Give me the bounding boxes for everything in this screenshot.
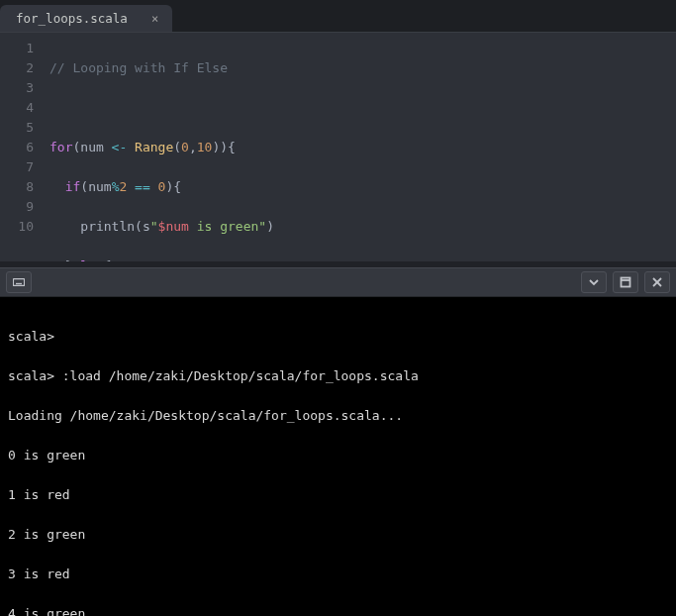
terminal-line: 0 is green <box>8 446 668 465</box>
terminal-line: Loading /home/zaki/Desktop/scala/for_loo… <box>8 406 668 426</box>
code-line: if(num%2 == 0){ <box>49 177 274 197</box>
terminal-toolbar <box>0 267 676 297</box>
line-number: 9 <box>0 197 34 217</box>
close-panel-icon[interactable] <box>644 271 670 293</box>
code-editor[interactable]: 1 2 3 4 5 6 7 8 9 10 // Looping with If … <box>0 32 676 261</box>
keyboard-icon[interactable] <box>6 271 32 293</box>
code-line <box>49 98 274 118</box>
tab-bar: for_loops.scala × <box>0 0 676 32</box>
chevron-down-icon[interactable] <box>581 271 607 293</box>
terminal-line: 2 is green <box>8 525 668 545</box>
code-line: println(s"$num is green") <box>49 217 274 237</box>
terminal-panel[interactable]: scala> scala> :load /home/zaki/Desktop/s… <box>0 297 676 616</box>
close-icon[interactable]: × <box>151 13 158 25</box>
terminal-line: 4 is green <box>8 604 668 616</box>
line-number: 8 <box>0 177 34 197</box>
svg-rect-7 <box>622 278 630 287</box>
terminal-line: scala> <box>8 327 668 347</box>
editor-tab[interactable]: for_loops.scala × <box>0 5 172 32</box>
line-number: 2 <box>0 58 34 78</box>
tab-title: for_loops.scala <box>16 11 128 26</box>
line-number: 10 <box>0 217 34 237</box>
terminal-line: scala> :load /home/zaki/Desktop/scala/fo… <box>8 366 668 386</box>
code-area[interactable]: // Looping with If Else for(num <- Range… <box>44 33 274 261</box>
svg-rect-0 <box>13 279 24 286</box>
line-number: 3 <box>0 78 34 98</box>
terminal-line: 3 is red <box>8 565 668 584</box>
line-number: 5 <box>0 118 34 138</box>
line-number: 6 <box>0 138 34 157</box>
line-number: 7 <box>0 157 34 177</box>
line-number: 4 <box>0 98 34 118</box>
code-line: for(num <- Range(0,10)){ <box>49 138 274 157</box>
code-line: // Looping with If Else <box>49 58 274 78</box>
maximize-icon[interactable] <box>613 271 638 293</box>
terminal-line: 1 is red <box>8 485 668 505</box>
line-number: 1 <box>0 39 34 58</box>
line-number-gutter: 1 2 3 4 5 6 7 8 9 10 <box>0 33 44 261</box>
